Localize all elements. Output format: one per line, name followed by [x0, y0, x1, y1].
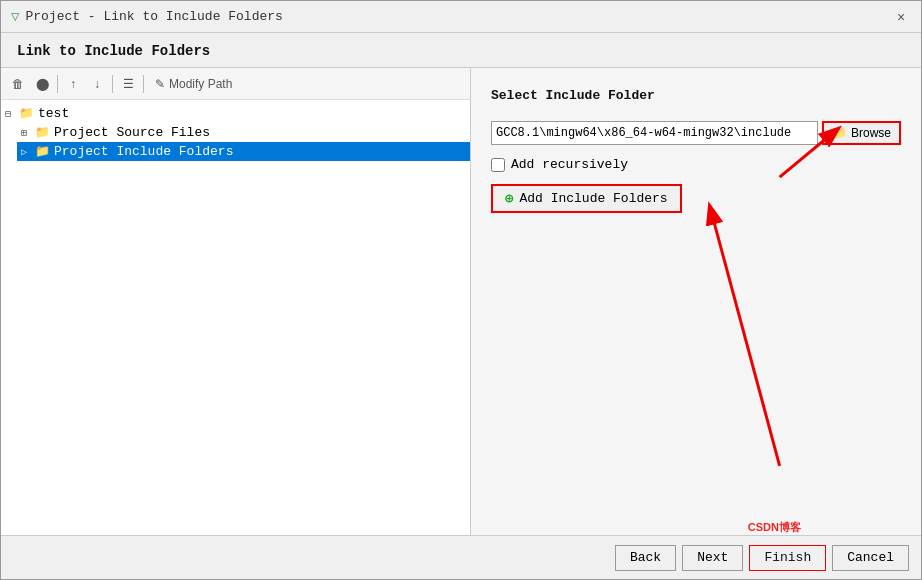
finish-button[interactable]: Finish [749, 545, 826, 571]
tree-area: ⊟ 📁 test ⊞ 📁 Project Source Files ▷ 📁 Pr… [1, 100, 470, 535]
separator-2 [112, 75, 113, 93]
add-include-btn-wrapper: ⊕ Add Include Folders [491, 184, 901, 213]
include-expand-icon: ▷ [21, 146, 33, 158]
separator-3 [143, 75, 144, 93]
modify-path-label: Modify Path [169, 77, 232, 91]
stop-button[interactable]: ⬤ [31, 73, 53, 95]
left-panel: 🗑 ⬤ ↑ ↓ ☰ ✎ Modify Path ⊟ 📁 tes [1, 68, 471, 535]
source-files-label: Project Source Files [54, 125, 210, 140]
browse-folder-icon: 📁 [832, 126, 847, 140]
add-include-label: Add Include Folders [519, 191, 667, 206]
include-folders-label: Project Include Folders [54, 144, 233, 159]
root-label: test [38, 106, 69, 121]
browse-button[interactable]: 📁 Browse [822, 121, 901, 145]
separator-1 [57, 75, 58, 93]
add-plus-icon: ⊕ [505, 190, 513, 207]
title-bar-left: ▽ Project - Link to Include Folders [11, 8, 283, 25]
add-recursively-label: Add recursively [511, 157, 628, 172]
svg-line-3 [710, 207, 780, 466]
right-panel: Select Include Folder 📁 Browse Add recur… [471, 68, 921, 535]
include-folder-row: 📁 Browse [491, 121, 901, 145]
cancel-button[interactable]: Cancel [832, 545, 909, 571]
list-button[interactable]: ☰ [117, 73, 139, 95]
move-up-button[interactable]: ↑ [62, 73, 84, 95]
title-icon: ▽ [11, 8, 19, 25]
modify-path-button[interactable]: ✎ Modify Path [148, 73, 239, 95]
delete-button[interactable]: 🗑 [7, 73, 29, 95]
include-folder-icon: 📁 [35, 144, 50, 159]
dialog-title: Link to Include Folders [17, 43, 210, 59]
section-label: Select Include Folder [491, 88, 901, 103]
csdn-watermark: CSDN博客 [748, 520, 801, 535]
add-include-button[interactable]: ⊕ Add Include Folders [491, 184, 682, 213]
root-folder-icon: 📁 [19, 106, 34, 121]
source-folder-icon: 📁 [35, 125, 50, 140]
dialog-body: 🗑 ⬤ ↑ ↓ ☰ ✎ Modify Path ⊟ 📁 tes [1, 68, 921, 535]
move-down-button[interactable]: ↓ [86, 73, 108, 95]
browse-label: Browse [851, 126, 891, 140]
title-text: Project - Link to Include Folders [25, 9, 282, 24]
tree-source-files[interactable]: ⊞ 📁 Project Source Files [17, 123, 470, 142]
tree-root[interactable]: ⊟ 📁 test [1, 104, 470, 123]
toolbar: 🗑 ⬤ ↑ ↓ ☰ ✎ Modify Path [1, 68, 470, 100]
dialog-footer: Back Next Finish Cancel [1, 535, 921, 579]
next-button[interactable]: Next [682, 545, 743, 571]
modify-path-icon: ✎ [155, 77, 165, 91]
dialog-window: ▽ Project - Link to Include Folders × Li… [0, 0, 922, 580]
source-expand-icon: ⊞ [21, 127, 33, 139]
dialog-header: Link to Include Folders [1, 33, 921, 68]
title-bar: ▽ Project - Link to Include Folders × [1, 1, 921, 33]
tree-include-folders[interactable]: ▷ 📁 Project Include Folders [17, 142, 470, 161]
include-folder-input[interactable] [491, 121, 818, 145]
add-recursively-checkbox[interactable] [491, 158, 505, 172]
root-expand-icon: ⊟ [5, 108, 17, 120]
close-button[interactable]: × [891, 7, 911, 27]
checkbox-row: Add recursively [491, 157, 901, 172]
back-button[interactable]: Back [615, 545, 676, 571]
